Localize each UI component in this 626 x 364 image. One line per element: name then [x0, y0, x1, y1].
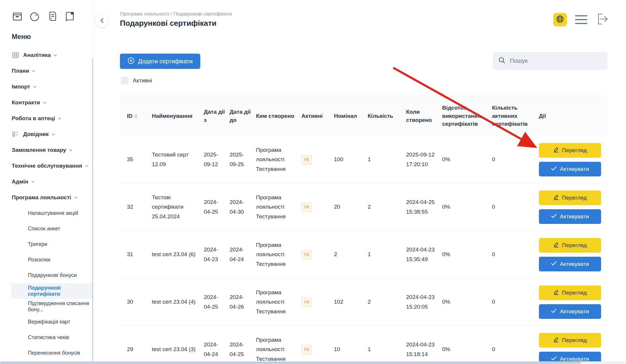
view-button[interactable]: Перегляд — [539, 190, 601, 205]
cell-name: test cert 23.04 (4) — [152, 278, 204, 326]
view-button[interactable]: Перегляд — [539, 333, 601, 348]
status-badge: Ні — [301, 345, 312, 354]
cell-created-at: 2024-04-23 15:18:14 — [406, 326, 442, 364]
cell-actions: Перегляд Активувати — [539, 231, 608, 278]
submenu-item-receipt-statistics[interactable]: Статистика чеків — [11, 330, 94, 345]
sidebar-item-label: Аналітика — [23, 52, 51, 58]
submenu-item-label: Розсилки — [28, 257, 50, 263]
cell-created-by: Програма лояльності Тестування — [256, 136, 301, 183]
activate-button[interactable]: Активувати — [539, 162, 601, 176]
view-button[interactable]: Перегляд — [539, 143, 601, 158]
sidebar-collapse-button[interactable] — [95, 14, 108, 28]
submenu-item-label: Верифікація карт — [28, 319, 70, 325]
cell-date-to: 2024-04-30 — [230, 183, 256, 231]
submenu-item-questionnaires[interactable]: Список анкет — [11, 221, 94, 237]
column-header-created-at: Коли створено — [406, 96, 442, 136]
cell-created-at: 2025-09-12 17:20:10 — [406, 136, 442, 183]
logout-button[interactable] — [596, 13, 608, 26]
archive-icon[interactable] — [12, 11, 23, 22]
activate-button-label: Активувати — [560, 308, 589, 315]
document-icon[interactable] — [47, 11, 58, 22]
sidebar-item-loyalty-program[interactable]: Програма лояльності — [12, 190, 94, 205]
sidebar-item-goods-order[interactable]: Замовлення товару — [12, 142, 94, 158]
horizontal-scrollbar[interactable] — [0, 361, 626, 364]
chevron-down-icon — [85, 165, 89, 167]
status-badge: Ні — [301, 297, 312, 307]
column-header-date-to: Дата дії до — [230, 96, 256, 136]
submenu-item-label: Список анкет — [28, 226, 60, 232]
cell-created-by: Програма лояльності Тестування — [256, 278, 301, 326]
column-header-actions: Дії — [539, 96, 608, 136]
cell-id: 29 — [120, 326, 152, 364]
column-header-date-from: Дата дії з — [204, 96, 230, 136]
cell-actions: Перегляд Активувати — [539, 136, 608, 183]
hamburger-menu-button[interactable] — [575, 15, 587, 25]
table-row: 32 Тестові сертифікати 25.04.2024 2024-0… — [120, 183, 608, 231]
check-icon — [551, 261, 557, 267]
cell-created-at: 2024-04-25 15:38:55 — [406, 183, 442, 231]
cell-name: Тестові сертифікати 25.04.2024 — [152, 183, 204, 231]
activate-button-label: Активувати — [560, 261, 589, 267]
cell-used-percent: 0% — [442, 231, 492, 278]
breadcrumb[interactable]: Програма лояльності / Подарункові сертиф… — [120, 11, 232, 17]
cell-quantity: 1 — [368, 136, 406, 183]
submenu-item-promo-settings[interactable]: Налаштування акцій — [11, 205, 94, 221]
activate-button[interactable]: Активувати — [539, 209, 601, 224]
book-icon[interactable] — [65, 11, 76, 22]
active-checkbox-label: Активні — [133, 77, 152, 84]
submenu-item-bonus-writeoff-confirm[interactable]: Підтвердження списання бону... — [11, 299, 94, 314]
sidebar-item-directory[interactable]: Довідник — [12, 126, 94, 142]
submenu-item-gift-certificates[interactable]: Подарункові сертифікати — [11, 283, 94, 299]
table-header-row: ID Найменування Дата дії з Дата дії до К… — [120, 96, 608, 136]
search-input[interactable] — [509, 57, 602, 64]
cell-quantity: 2 — [368, 278, 406, 326]
activate-button[interactable]: Активувати — [539, 257, 601, 271]
sidebar-item-maintenance[interactable]: Технічне обслуговування — [12, 158, 94, 174]
cell-active-certs: 0 — [492, 231, 539, 278]
column-header-created-by: Ким створено — [256, 96, 301, 136]
sidebar-item-import[interactable]: Імпорт — [12, 79, 94, 95]
chevron-down-icon — [58, 117, 62, 120]
cell-date-to: 2024-04-25 — [230, 326, 256, 364]
sidebar-item-pharmacy-work[interactable]: Робота в аптеці — [12, 110, 94, 126]
add-certificates-button[interactable]: Додати сертифікати — [120, 54, 200, 69]
check-icon — [551, 213, 557, 220]
sidebar-item-label: Імпорт — [12, 84, 30, 90]
column-header-active-certs: Кількість активних сертифікатів — [492, 96, 539, 136]
submenu-item-bonus-transfer[interactable]: Перенесення бонусів — [11, 345, 94, 361]
sidebar-menu: Аналітика Плани Імпорт Контракти Робота … — [12, 47, 94, 361]
sidebar-item-admin[interactable]: Адмін — [12, 174, 94, 190]
edit-icon — [553, 147, 559, 154]
cell-date-to: 2024-04-24 — [230, 231, 256, 278]
table-row: 29 test cert 23.04 (3) 2024-04-24 2024-0… — [120, 326, 608, 364]
chevron-down-icon — [43, 101, 47, 104]
cell-date-from: 2025-09-12 — [204, 136, 230, 183]
submenu-item-card-verification[interactable]: Верифікація карт — [11, 314, 94, 330]
submenu-item-triggers[interactable]: Тригери — [11, 237, 94, 252]
column-header-used-percent: Відсоток використаних сертифікатів — [442, 96, 492, 136]
loyalty-submenu: Налаштування акцій Список анкет Тригери … — [12, 205, 94, 361]
sidebar-scrollbar[interactable] — [92, 58, 93, 364]
active-checkbox[interactable] — [121, 77, 128, 84]
pie-chart-icon[interactable] — [29, 11, 40, 22]
submenu-item-label: Подарункові бонуси — [28, 272, 77, 278]
activate-button[interactable]: Активувати — [539, 304, 601, 319]
submenu-item-mailings[interactable]: Розсилки — [11, 252, 94, 268]
sidebar-item-contracts[interactable]: Контракти — [12, 95, 94, 110]
cell-nominal: 2 — [334, 231, 368, 278]
status-badge: Ні — [301, 155, 312, 164]
language-button[interactable] — [553, 13, 567, 26]
submenu-item-gift-bonuses[interactable]: Подарункові бонуси — [11, 268, 94, 283]
submenu-item-label: Тригери — [28, 241, 47, 247]
view-button[interactable]: Перегляд — [539, 238, 601, 253]
view-button[interactable]: Перегляд — [539, 285, 601, 300]
globe-icon — [556, 15, 564, 25]
sidebar-item-analytics[interactable]: Аналітика — [12, 47, 94, 63]
column-header-id[interactable]: ID — [120, 96, 152, 136]
chevron-up-icon — [74, 196, 78, 199]
app-window: Меню Аналітика Плани Імпорт — [0, 0, 626, 364]
activate-button-label: Активувати — [560, 166, 589, 172]
sidebar-item-plans[interactable]: Плани — [12, 63, 94, 79]
view-button-label: Перегляд — [562, 242, 587, 249]
cell-active: Ні — [301, 231, 334, 278]
